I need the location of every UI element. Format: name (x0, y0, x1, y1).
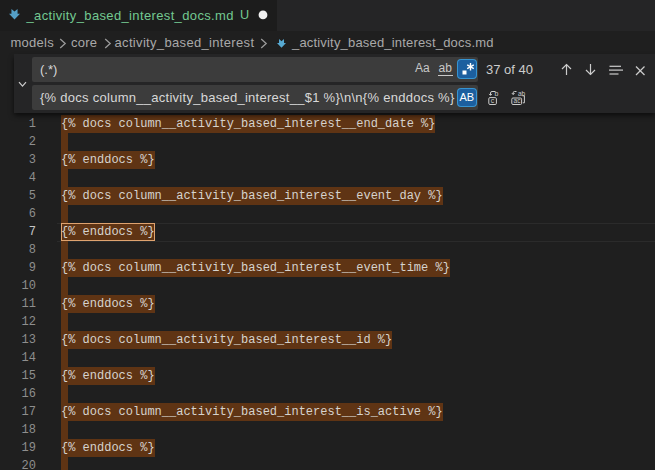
svg-text:ac: ac (513, 97, 521, 104)
svg-text:b: b (494, 90, 498, 97)
svg-text:c: c (490, 97, 494, 104)
svg-text:ab: ab (518, 90, 526, 97)
